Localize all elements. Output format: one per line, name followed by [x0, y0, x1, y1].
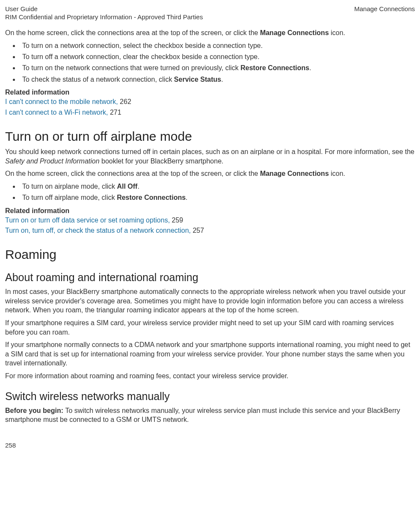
page-number: 258	[5, 442, 415, 449]
connections-list: To turn on a network connection, select …	[5, 41, 415, 85]
list-item: To turn off airplane mode, click Restore…	[20, 193, 415, 202]
airplane-paragraph-1: You should keep network connections turn…	[5, 147, 415, 166]
related-link-row: Turn on, turn off, or check the status o…	[5, 226, 415, 235]
airplane-list: To turn on airplane mode, click All Off.…	[5, 182, 415, 203]
subheading-switch-networks: Switch wireless networks manually	[5, 390, 415, 403]
heading-airplane-mode: Turn on or turn off airplane mode	[5, 129, 415, 144]
page-header: User Guide Manage Connections	[5, 5, 415, 12]
related-link-row: I can't connect to the mobile network, 2…	[5, 97, 415, 107]
intro-paragraph: On the home screen, click the connection…	[5, 28, 415, 38]
header-left-bottom: RIM Confidential and Proprietary Informa…	[5, 13, 415, 21]
list-item: To check the status of a network connect…	[20, 75, 415, 84]
related-link-row: I can't connect to a Wi-Fi network, 271	[5, 108, 415, 117]
related-link[interactable]: I can't connect to a Wi-Fi network,	[5, 109, 108, 116]
related-info-heading: Related information	[5, 89, 415, 96]
roaming-paragraph-2: If your smartphone requires a SIM card, …	[5, 318, 415, 337]
airplane-paragraph-2: On the home screen, click the connection…	[5, 169, 415, 178]
roaming-paragraph-3: If your smartphone normally connects to …	[5, 340, 415, 368]
switch-paragraph: Before you begin: To switch wireless net…	[5, 406, 415, 424]
list-item: To turn on airplane mode, click All Off.	[20, 182, 415, 191]
subheading-about-roaming: About roaming and international roaming	[5, 271, 415, 284]
list-item: To turn off a network connection, clear …	[20, 52, 415, 62]
related-info-heading: Related information	[5, 207, 415, 215]
header-left-top: User Guide	[5, 5, 38, 12]
related-link-row: Turn on or turn off data service or set …	[5, 216, 415, 225]
list-item: To turn on a network connection, select …	[20, 41, 415, 50]
related-link[interactable]: Turn on or turn off data service or set …	[5, 216, 170, 224]
related-link[interactable]: I can't connect to the mobile network,	[5, 98, 118, 105]
heading-roaming: Roaming	[5, 247, 415, 262]
header-right: Manage Connections	[354, 5, 415, 12]
related-link[interactable]: Turn on, turn off, or check the status o…	[5, 227, 191, 234]
roaming-paragraph-1: In most cases, your BlackBerry smartphon…	[5, 287, 415, 315]
list-item: To turn on the network connections that …	[20, 63, 415, 73]
roaming-paragraph-4: For more information about roaming and r…	[5, 371, 415, 381]
